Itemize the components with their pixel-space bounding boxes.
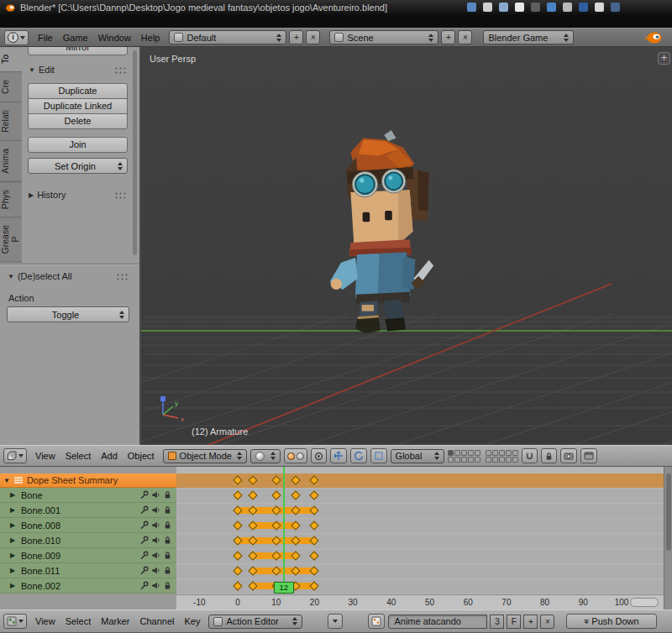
pivot-center-toggle[interactable] — [311, 448, 327, 463]
layer-cell[interactable] — [475, 450, 480, 456]
tool-shelf-scrollbar[interactable] — [133, 50, 137, 255]
lock-icon[interactable] — [163, 490, 172, 500]
dopesheet-menu-channel[interactable]: Channel — [134, 616, 179, 626]
filter-dropdown-button[interactable] — [328, 614, 343, 629]
manipulator-translate-button[interactable] — [330, 448, 347, 463]
action-browse-button[interactable] — [368, 614, 385, 629]
info-menu-window[interactable]: Window — [93, 33, 136, 43]
info-menu-file[interactable]: File — [33, 33, 58, 43]
speaker-icon[interactable] — [151, 521, 160, 530]
history-panel-header[interactable]: ▶ History — [29, 188, 127, 201]
speaker-icon[interactable] — [151, 490, 160, 500]
panel-grip-icon[interactable] — [114, 191, 127, 199]
dopesheet-scrollbar[interactable] — [664, 467, 672, 609]
speaker-icon[interactable] — [151, 536, 160, 545]
lock-camera-button[interactable] — [541, 448, 557, 463]
layer-cell[interactable] — [448, 450, 454, 456]
channel-row-bone-001[interactable]: ▶Bone.001 — [0, 503, 176, 518]
channel-row-bone-009[interactable]: ▶Bone.009 — [0, 548, 176, 563]
layer-cell[interactable] — [454, 457, 460, 463]
layer-cell[interactable] — [499, 457, 505, 463]
layer-cell[interactable] — [468, 450, 474, 456]
edit-button-delete[interactable]: Delete — [28, 113, 128, 129]
channel-row-bone-010[interactable]: ▶Bone.010 — [0, 533, 176, 548]
expand-icon[interactable]: ▶ — [10, 567, 18, 574]
pivot-point-button[interactable] — [284, 448, 307, 463]
action-name-field[interactable]: Anime atacando — [388, 615, 487, 629]
viewport-editor-type-button[interactable] — [3, 448, 27, 463]
render-engine-dropdown[interactable]: Blender Game — [483, 30, 574, 44]
layer-cell[interactable] — [506, 450, 512, 456]
dopesheet-menu-marker[interactable]: Marker — [96, 616, 134, 626]
summary-channel-row[interactable]: ▼ Dope Sheet Summary — [0, 473, 176, 488]
layer-cell[interactable] — [448, 457, 454, 463]
info-editor-type-button[interactable]: i — [4, 30, 29, 45]
manipulator-rotate-button[interactable] — [350, 448, 367, 463]
titlebar-app-icon[interactable] — [579, 3, 588, 12]
viewport-menu-select[interactable]: Select — [60, 451, 97, 461]
toggle-dropdown[interactable]: Toggle — [7, 306, 129, 322]
snap-toggle-button[interactable] — [522, 448, 538, 463]
titlebar-app-icon[interactable] — [483, 3, 492, 12]
speaker-icon[interactable] — [151, 505, 160, 515]
render-opengl-button[interactable] — [560, 448, 577, 463]
layer-cell[interactable] — [506, 457, 512, 463]
layer-cell[interactable] — [468, 457, 474, 463]
layer-cell[interactable] — [461, 457, 467, 463]
shading-dropdown[interactable] — [250, 449, 281, 463]
viewport-3d[interactable]: x y User Persp (12) Armature + — [141, 47, 672, 445]
panel-grip-icon[interactable] — [116, 273, 129, 280]
wrench-icon[interactable] — [139, 551, 149, 560]
expand-icon[interactable]: ▶ — [10, 536, 18, 544]
viewport-menu-object[interactable]: Object — [123, 451, 160, 461]
screen-layout-selector[interactable]: Default — [169, 30, 286, 44]
edit-button-duplicate[interactable]: Duplicate — [28, 83, 128, 99]
layers-group-2[interactable] — [486, 450, 518, 463]
wrench-icon[interactable] — [139, 521, 149, 530]
toolshelf-tab-cre[interactable]: Cre — [0, 72, 22, 102]
toolshelf-tab-phys[interactable]: Phys — [0, 182, 22, 217]
speaker-icon[interactable] — [151, 566, 160, 575]
mirror-button[interactable]: Mirror — [28, 47, 128, 55]
titlebar-app-icon[interactable] — [563, 3, 572, 12]
speaker-icon[interactable] — [151, 551, 160, 560]
toolshelf-tab-relati[interactable]: Relati — [0, 102, 22, 141]
wrench-icon[interactable] — [139, 566, 149, 575]
lock-icon[interactable] — [163, 581, 172, 590]
titlebar-app-icon[interactable] — [531, 3, 540, 12]
layer-cell[interactable] — [461, 450, 467, 456]
unlink-action-button[interactable]: × — [540, 615, 554, 629]
wrench-icon[interactable] — [139, 505, 149, 515]
dopesheet-menu-select[interactable]: Select — [60, 616, 97, 626]
channel-row-bone-002[interactable]: ▶Bone.002 — [0, 578, 176, 594]
dopesheet-menu-key[interactable]: Key — [179, 616, 205, 626]
dopesheet-editor-type-button[interactable] — [3, 614, 27, 629]
lock-icon[interactable] — [163, 521, 172, 530]
manipulator-scale-button[interactable] — [370, 448, 387, 463]
add-layout-button[interactable]: + — [289, 30, 303, 44]
wrench-icon[interactable] — [139, 490, 149, 500]
redo-panel-header[interactable]: ▼ (De)select All — [8, 269, 129, 283]
edit-button-duplicate-linked[interactable]: Duplicate Linked — [28, 98, 128, 114]
layers-widget[interactable] — [448, 450, 518, 463]
expand-icon[interactable]: ▼ — [8, 273, 14, 280]
set-origin-dropdown[interactable]: Set Origin — [28, 158, 128, 174]
render-animation-button[interactable] — [580, 448, 597, 463]
wrench-icon[interactable] — [139, 536, 149, 545]
delete-layout-button[interactable]: × — [306, 30, 320, 44]
titlebar[interactable]: Blender* [C:\Users\Dannp\Desktop\Jogo me… — [0, 0, 672, 15]
lock-icon[interactable] — [163, 566, 172, 575]
fake-user-button[interactable]: F — [507, 615, 521, 629]
layer-cell[interactable] — [475, 457, 480, 463]
collapse-icon[interactable]: ▶ — [29, 191, 34, 199]
viewport-menu-view[interactable]: View — [30, 451, 60, 461]
character-model[interactable] — [330, 130, 434, 333]
layer-cell[interactable] — [486, 457, 491, 463]
layer-cell[interactable] — [512, 457, 518, 463]
titlebar-icons[interactable] — [467, 3, 620, 12]
layers-group-1[interactable] — [448, 450, 480, 463]
layer-cell[interactable] — [492, 457, 498, 463]
toolshelf-tab-anima[interactable]: Anima — [0, 141, 22, 182]
viewport-menu-add[interactable]: Add — [96, 451, 123, 461]
titlebar-app-icon[interactable] — [547, 3, 556, 12]
